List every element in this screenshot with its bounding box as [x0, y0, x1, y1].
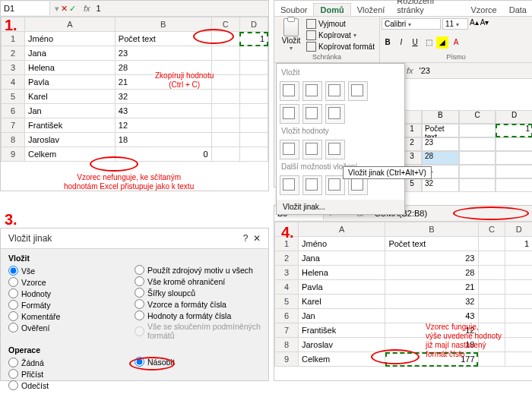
paste-option-radio[interactable]	[8, 380, 18, 390]
close-icon[interactable]: ✕	[253, 233, 261, 244]
paste-option-icon[interactable]	[325, 104, 345, 124]
ribbon-tab[interactable]: Soubor	[274, 4, 313, 16]
confirm-icon[interactable]: ✓	[69, 4, 76, 14]
name-box[interactable]: D1	[1, 2, 50, 15]
paste-option-radio[interactable]	[135, 310, 144, 320]
paste-option-radio[interactable]	[8, 266, 18, 276]
brush-icon	[306, 42, 316, 52]
ribbon-tab[interactable]: Vzorce	[465, 4, 503, 16]
paste-option-icon[interactable]	[280, 104, 299, 124]
fx-icon[interactable]: fx	[81, 4, 93, 13]
paste-option-radio[interactable]	[8, 323, 18, 333]
ribbon-tab[interactable]: Vložení	[351, 4, 391, 16]
paste-values-icon[interactable]	[280, 140, 299, 159]
ribbon-tab[interactable]: Domů	[313, 3, 350, 16]
fill-color-button[interactable]: ◢	[436, 36, 448, 49]
ribbon-tab[interactable]: Rozložení stránky	[391, 0, 464, 16]
paste-option-icon[interactable]	[302, 104, 322, 124]
font-group-label: Písmo	[382, 53, 530, 61]
paste-values-icon[interactable]	[325, 140, 345, 159]
decrease-font-icon[interactable]: A▾	[480, 18, 489, 30]
paste-option-icon[interactable]	[280, 81, 299, 101]
name-dropdown-icon[interactable]: ▾	[55, 4, 59, 14]
paste-dropdown-menu: Vložit Vložit hodnoty Další možnosti vlo…	[276, 63, 405, 215]
step-1-label: 1.	[5, 17, 17, 34]
cancel-icon[interactable]: ✕	[61, 4, 68, 14]
formula-fail-annotation: Vzorec nefunguje, ke sčítaným hodnotám E…	[64, 173, 194, 191]
bold-button[interactable]: B	[382, 36, 394, 49]
paste-other-icon[interactable]	[280, 175, 299, 195]
underline-button[interactable]: U	[409, 36, 421, 49]
fx-icon[interactable]: fx	[404, 66, 416, 75]
paste-option-radio[interactable]	[8, 311, 18, 321]
paste-button[interactable]: Vložit ▾	[277, 18, 305, 52]
font-name-select[interactable]: Calibri ▾	[382, 18, 441, 30]
paste-option-icon[interactable]	[348, 81, 368, 101]
paste-option-radio[interactable]	[8, 369, 18, 379]
paste-other-icon[interactable]	[302, 175, 322, 195]
cut-button[interactable]: Vyjmout	[306, 18, 375, 30]
formula-ok-annotation: Vzorec funguje, výše uvedené hodnoty již…	[426, 323, 502, 359]
paste-option-radio[interactable]	[8, 277, 18, 287]
step-4-label: 4.	[281, 224, 294, 241]
paste-option-radio[interactable]	[135, 326, 144, 336]
copy-annotation: Zkopíruji hodnotu (Ctrl + C)	[155, 71, 214, 90]
italic-button[interactable]: I	[395, 36, 407, 49]
paste-option-radio[interactable]	[135, 299, 144, 309]
paste-option-radio[interactable]	[8, 300, 18, 310]
chevron-down-icon[interactable]: ▾	[290, 45, 293, 52]
copy-icon	[306, 30, 316, 40]
font-size-select[interactable]: 11 ▾	[442, 18, 468, 30]
formula-bar[interactable]: 1	[93, 4, 268, 13]
clipboard-group-label: Schránka	[277, 53, 376, 61]
formula-bar-p2[interactable]: '23	[416, 66, 532, 75]
increase-font-icon[interactable]: A▴	[470, 18, 479, 30]
ribbon-tab[interactable]: Data	[503, 4, 532, 16]
paste-option-radio[interactable]	[135, 288, 144, 298]
paste-option-radio[interactable]	[8, 358, 18, 367]
paste-special-tooltip: Vložit jinak (Ctrl+Alt+V)	[343, 166, 432, 179]
font-color-button[interactable]: A	[450, 36, 462, 49]
paste-option-icon[interactable]	[325, 81, 345, 101]
clipboard-icon	[283, 18, 299, 36]
format-painter-button[interactable]: Kopírovat formát	[306, 41, 375, 52]
paste-option-radio[interactable]	[135, 265, 144, 275]
paste-option-radio[interactable]	[8, 288, 18, 298]
border-button[interactable]: ⬚	[423, 36, 435, 49]
help-icon[interactable]: ?	[243, 233, 249, 244]
paste-option-icon[interactable]	[302, 81, 322, 101]
paste-values-icon[interactable]	[302, 140, 322, 159]
scissors-icon	[306, 19, 316, 29]
paste-special-link[interactable]: Vložit jinak...	[277, 200, 404, 214]
dialog-title: Vložit jinak	[8, 233, 52, 244]
copy-button[interactable]: Kopírovat▾	[306, 30, 375, 41]
paste-option-radio[interactable]	[135, 276, 144, 286]
step-3-label: 3.	[5, 211, 17, 229]
